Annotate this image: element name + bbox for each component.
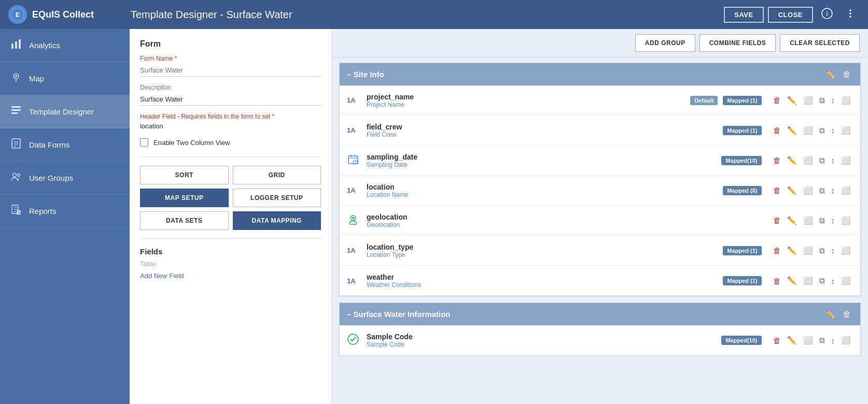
- svg-point-32: [352, 217, 354, 219]
- field-names-weather: weather Weather Conditions: [367, 273, 718, 288]
- sidebar-item-template-designer[interactable]: Template Designer: [0, 95, 130, 128]
- move-sample-code-button[interactable]: ↕: [829, 335, 837, 346]
- move-field-crew-button[interactable]: ↕: [829, 125, 837, 136]
- tablet-sampling-date-button[interactable]: ⬜: [801, 155, 815, 166]
- delete-weather-button[interactable]: 🗑: [771, 276, 783, 286]
- delete-location-type-button[interactable]: 🗑: [771, 245, 783, 256]
- svg-point-5: [849, 12, 851, 15]
- form-name-input[interactable]: [140, 64, 321, 77]
- combine-fields-button[interactable]: COMBINE FIELDS: [699, 34, 776, 52]
- field-name-geolocation: geolocation: [367, 213, 762, 221]
- edit-sampling-date-button[interactable]: ✏️: [785, 155, 799, 166]
- move-project-name-button[interactable]: ↕: [829, 95, 837, 106]
- visibility-sample-code-button[interactable]: ⬜: [839, 335, 853, 346]
- group-surface-water-edit-button[interactable]: ✏️: [823, 308, 837, 320]
- sidebar-item-user-groups[interactable]: User Groups: [0, 162, 130, 195]
- add-new-field-link[interactable]: Add New Field: [140, 272, 321, 280]
- field-row-location: 1A location Location Name Mapped (8) 🗑 ✏…: [340, 176, 860, 206]
- sidebar-item-map[interactable]: Map: [0, 62, 130, 95]
- copy-weather-button[interactable]: ⧉: [817, 275, 827, 286]
- group-site-info-edit-button[interactable]: ✏️: [823, 68, 837, 80]
- fields-section-title: Fields: [140, 247, 321, 256]
- field-row-geolocation: geolocation Geolocation 🗑 ✏️ ⬜ ⧉ ↕ ⬜: [340, 206, 860, 236]
- tablet-geolocation-button[interactable]: ⬜: [801, 215, 815, 226]
- visibility-geolocation-button[interactable]: ⬜: [839, 215, 853, 226]
- visibility-project-name-button[interactable]: ⬜: [839, 95, 853, 106]
- delete-field-crew-button[interactable]: 🗑: [771, 125, 783, 136]
- tablet-location-button[interactable]: ⬜: [801, 185, 815, 196]
- copy-field-crew-button[interactable]: ⧉: [817, 125, 827, 136]
- header-field-value: location: [140, 122, 321, 130]
- field-label-project-name: Project Name: [367, 101, 685, 108]
- edit-location-type-button[interactable]: ✏️: [785, 245, 799, 256]
- tablet-project-name-button[interactable]: ⬜: [801, 95, 815, 106]
- field-type-project-name: 1A: [347, 96, 361, 104]
- move-geolocation-button[interactable]: ↕: [829, 215, 837, 226]
- save-button[interactable]: SAVE: [724, 7, 763, 23]
- delete-geolocation-button[interactable]: 🗑: [771, 215, 783, 226]
- visibility-location-type-button[interactable]: ⬜: [839, 245, 853, 256]
- clear-selected-button[interactable]: CLEAR SELECTED: [780, 34, 860, 52]
- svg-point-6: [849, 16, 851, 18]
- grid-button[interactable]: GRID: [233, 166, 321, 184]
- two-column-checkbox[interactable]: [140, 138, 148, 147]
- edit-location-button[interactable]: ✏️: [785, 185, 799, 196]
- sort-button[interactable]: SORT: [140, 166, 229, 184]
- sidebar-item-analytics[interactable]: Analytics: [0, 29, 130, 62]
- visibility-location-button[interactable]: ⬜: [839, 185, 853, 196]
- move-weather-button[interactable]: ↕: [829, 276, 837, 286]
- sidebar-item-data-forms[interactable]: Data Forms: [0, 128, 130, 162]
- delete-sampling-date-button[interactable]: 🗑: [771, 155, 783, 166]
- edit-geolocation-button[interactable]: ✏️: [785, 215, 799, 226]
- copy-sampling-date-button[interactable]: ⧉: [817, 155, 827, 166]
- form-name-label: Form Name *: [140, 55, 321, 62]
- move-location-type-button[interactable]: ↕: [829, 245, 837, 256]
- svg-point-11: [15, 75, 17, 77]
- field-label-geolocation: Geolocation: [367, 221, 762, 228]
- logger-setup-button[interactable]: LOGGER SETUP: [233, 189, 321, 207]
- move-location-button[interactable]: ↕: [829, 185, 837, 196]
- delete-project-name-button[interactable]: 🗑: [771, 95, 783, 106]
- copy-sample-code-button[interactable]: ⧉: [817, 335, 827, 346]
- field-row-field-crew: 1A field_crew Field Crew Mapped (1) 🗑 ✏️…: [340, 116, 860, 146]
- close-button[interactable]: CLOSE: [768, 7, 813, 23]
- group-site-info-delete-button[interactable]: 🗑: [841, 69, 853, 80]
- more-options-button[interactable]: [841, 6, 860, 23]
- field-names-project-name: project_name Project Name: [367, 93, 685, 108]
- copy-project-name-button[interactable]: ⧉: [817, 95, 827, 106]
- move-sampling-date-button[interactable]: ↕: [829, 155, 837, 166]
- visibility-sampling-date-button[interactable]: ⬜: [839, 155, 853, 166]
- map-setup-button[interactable]: MAP SETUP: [140, 189, 229, 207]
- description-input[interactable]: [140, 93, 321, 106]
- copy-location-button[interactable]: ⧉: [817, 185, 827, 196]
- mapped-badge-sampling-date: Mapped(10): [721, 156, 761, 165]
- tablet-weather-button[interactable]: ⬜: [801, 275, 815, 286]
- visibility-field-crew-button[interactable]: ⬜: [839, 125, 853, 136]
- tablet-field-crew-button[interactable]: ⬜: [801, 125, 815, 136]
- info-button[interactable]: i: [817, 6, 837, 24]
- copy-geolocation-button[interactable]: ⧉: [817, 215, 827, 226]
- edit-field-crew-button[interactable]: ✏️: [785, 125, 799, 136]
- delete-sample-code-button[interactable]: 🗑: [771, 335, 783, 346]
- tablet-location-type-button[interactable]: ⬜: [801, 245, 815, 256]
- header-field-label: Header Field - Requires fields in the fo…: [140, 113, 321, 120]
- table-label: Table: [140, 260, 321, 268]
- field-names-sampling-date: sampling_date Sampling Date: [367, 153, 716, 168]
- copy-location-type-button[interactable]: ⧉: [817, 245, 827, 256]
- tablet-sample-code-button[interactable]: ⬜: [801, 335, 815, 346]
- add-group-button[interactable]: ADD GROUP: [635, 34, 695, 52]
- field-actions-location-type: 🗑 ✏️ ⬜ ⧉ ↕ ⬜: [771, 245, 853, 256]
- group-surface-water-delete-button[interactable]: 🗑: [841, 309, 853, 320]
- delete-location-button[interactable]: 🗑: [771, 185, 783, 196]
- mapped-badge-sample-code: Mapped(10): [721, 336, 761, 345]
- right-panel: ADD GROUP COMBINE FIELDS CLEAR SELECTED …: [332, 29, 868, 404]
- edit-weather-button[interactable]: ✏️: [785, 275, 799, 286]
- sidebar-item-reports[interactable]: Reports: [0, 195, 130, 228]
- data-sets-button[interactable]: DATA SETS: [140, 211, 229, 230]
- visibility-weather-button[interactable]: ⬜: [839, 275, 853, 286]
- edit-project-name-button[interactable]: ✏️: [785, 95, 799, 106]
- field-row-location-type: 1A location_type Location Type Mapped (1…: [340, 236, 860, 266]
- top-nav: E EQuIS Collect Template Designer - Surf…: [0, 0, 868, 29]
- edit-sample-code-button[interactable]: ✏️: [785, 335, 799, 346]
- data-mapping-button[interactable]: DATA MAPPING: [233, 211, 321, 230]
